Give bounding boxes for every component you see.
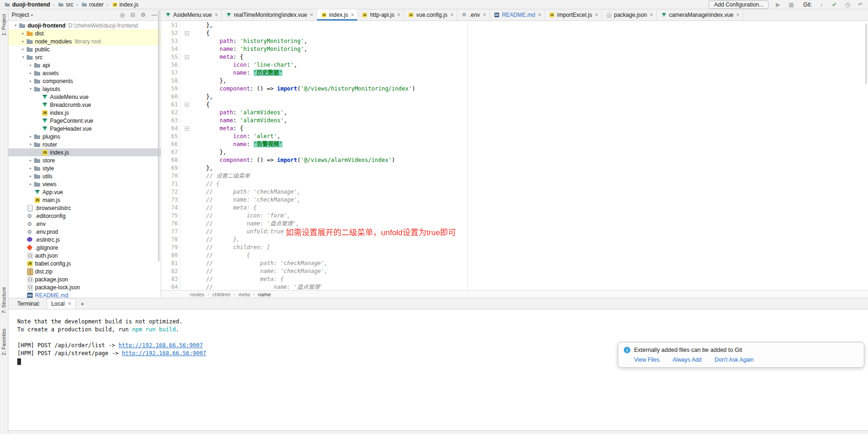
tree-item-node-modules[interactable]: ▸node_moduleslibrary root bbox=[8, 37, 161, 45]
history-icon[interactable]: ◷ bbox=[844, 1, 851, 8]
tree-item-dist[interactable]: ▸dist bbox=[8, 29, 161, 37]
chevron-right-icon[interactable]: ▸ bbox=[20, 39, 26, 43]
terminal-link[interactable]: http://192.168.66.56:9007 bbox=[119, 342, 203, 349]
tree-item-src[interactable]: ▾src bbox=[8, 53, 161, 61]
add-configuration-button[interactable]: Add Configuration... bbox=[709, 0, 769, 9]
tree-item-duoji-frontend[interactable]: ▾duoji-frontendD:\zheheWeb\duoji-fronten… bbox=[8, 21, 161, 29]
code-line[interactable]: 60 }, bbox=[161, 93, 868, 101]
dont-ask-again-link[interactable]: Don't Ask Again bbox=[715, 357, 754, 363]
tree-item-layouts[interactable]: ▾layouts bbox=[8, 85, 161, 93]
run-icon[interactable]: ▶ bbox=[774, 1, 782, 8]
tree-item-browserslistrc[interactable]: .browserslistrc bbox=[8, 204, 161, 212]
tree-item-dist-zip[interactable]: dist.zip bbox=[8, 267, 161, 275]
tree-item-pagecontent-vue[interactable]: PageContent.vue bbox=[8, 117, 161, 125]
tab-vue-config-js[interactable]: vue.config.js× bbox=[404, 9, 457, 21]
tree-item-env[interactable]: .env bbox=[8, 220, 161, 228]
tab-env[interactable]: .env× bbox=[457, 9, 490, 21]
code-line[interactable]: 80 // { bbox=[161, 252, 868, 259]
tab-index-js[interactable]: index.js× bbox=[317, 9, 358, 21]
breadcrumb-item-src[interactable]: src bbox=[57, 1, 73, 8]
tree-item-index-js[interactable]: index.js bbox=[8, 109, 161, 117]
code-line[interactable]: 53 path: 'historyMonitoring', bbox=[161, 37, 868, 45]
tree-item-style[interactable]: ▸style bbox=[8, 164, 161, 172]
git-update-icon[interactable]: ↓ bbox=[818, 1, 825, 8]
settings-gear-icon[interactable]: ⚙ bbox=[141, 12, 146, 18]
code-line[interactable]: 72 // path: 'checkManage', bbox=[161, 188, 868, 196]
tree-item-utils[interactable]: ▸utils bbox=[8, 172, 161, 180]
chevron-right-icon[interactable]: ▸ bbox=[28, 174, 34, 178]
tree-item-router[interactable]: ▾router bbox=[8, 140, 161, 148]
tree-item-breadcrumb-vue[interactable]: Breadcrumb.vue bbox=[8, 101, 161, 109]
code-line[interactable]: 54 name: 'historyMonitoring', bbox=[161, 45, 868, 53]
chevron-right-icon[interactable]: ▸ bbox=[20, 47, 26, 51]
close-icon[interactable]: × bbox=[595, 12, 598, 18]
fold-icon[interactable]: − bbox=[182, 29, 192, 37]
tree-item-api[interactable]: ▸api bbox=[8, 61, 161, 69]
tree-item-assets[interactable]: ▸assets bbox=[8, 69, 161, 77]
code-line[interactable]: 71 // { bbox=[161, 180, 868, 188]
fold-icon[interactable]: − bbox=[182, 53, 192, 61]
tab-http-api-js[interactable]: http-api.js× bbox=[358, 9, 404, 21]
code-line[interactable]: 68 component: () => import('@/views/alar… bbox=[161, 156, 868, 164]
tree-item-app-vue[interactable]: App.vue bbox=[8, 188, 161, 196]
tool-window-button-structure[interactable]: 7: Structure bbox=[1, 287, 7, 314]
tree-item-plugins[interactable]: ▸plugins bbox=[8, 133, 161, 140]
tree-item-store[interactable]: ▸store bbox=[8, 156, 161, 164]
tab-package-json[interactable]: package.json× bbox=[602, 9, 657, 21]
terminal-link[interactable]: http://192.168.66.56:9007 bbox=[122, 350, 206, 357]
collapse-all-icon[interactable]: ⊟ bbox=[130, 12, 135, 18]
close-icon[interactable]: × bbox=[215, 12, 218, 18]
code-line[interactable]: 66 name: '告警视频' bbox=[161, 140, 868, 148]
close-icon[interactable]: × bbox=[310, 12, 313, 18]
chevron-right-icon[interactable]: ▸ bbox=[28, 182, 34, 186]
code-line[interactable]: 63 name: 'alarmVideos', bbox=[161, 117, 868, 125]
close-icon[interactable]: × bbox=[450, 12, 453, 18]
chevron-down-icon[interactable]: ▾ bbox=[13, 23, 19, 28]
editor-breadcrumb-name[interactable]: name bbox=[258, 292, 271, 297]
chevron-down-icon[interactable]: ▾ bbox=[20, 55, 26, 59]
breadcrumb-item-duoji-frontend[interactable]: duoji-frontend bbox=[4, 1, 50, 8]
tool-window-button-favorites[interactable]: 2: Favorites bbox=[1, 329, 7, 355]
code-line[interactable]: 62 path: 'alarmVideos', bbox=[161, 109, 868, 117]
code-editor[interactable]: 51 },52− {53 path: 'historyMonitoring',5… bbox=[161, 21, 868, 290]
tree-item-gitignore[interactable]: .gitignore bbox=[8, 244, 161, 252]
fold-icon[interactable]: − bbox=[182, 101, 192, 109]
close-icon[interactable]: × bbox=[538, 12, 541, 18]
new-terminal-button[interactable]: + bbox=[80, 300, 84, 308]
tree-item-eslintrc-js[interactable]: .eslintrc.js bbox=[8, 236, 161, 244]
tree-item-package-lock-json[interactable]: package-lock.json bbox=[8, 283, 161, 291]
code-line[interactable]: 56 icon: 'line-chart', bbox=[161, 61, 868, 69]
always-add-link[interactable]: Always Add bbox=[672, 357, 701, 363]
project-view-dropdown[interactable]: Project ▾ bbox=[12, 12, 33, 18]
tree-item-asidemenu-vue[interactable]: AsideMenu.vue bbox=[8, 93, 161, 101]
chevron-right-icon[interactable]: ▸ bbox=[28, 63, 34, 67]
tree-item-main-js[interactable]: main.js bbox=[8, 196, 161, 204]
code-line[interactable]: 84 // name: '盘点管理' bbox=[161, 283, 868, 290]
tab-cameramanage-index-vue[interactable]: cameraManage\index.vue× bbox=[657, 9, 743, 21]
code-line[interactable]: 81 // path: 'checkManage', bbox=[161, 259, 868, 267]
code-line[interactable]: 64− meta: { bbox=[161, 125, 868, 133]
tree-item-public[interactable]: ▸public bbox=[8, 45, 161, 53]
terminal-tab-local[interactable]: Local × bbox=[47, 298, 76, 309]
tab-importexcel-js[interactable]: importExcel.js× bbox=[545, 9, 602, 21]
view-files-link[interactable]: View Files bbox=[634, 357, 659, 363]
hide-panel-icon[interactable]: — bbox=[151, 12, 157, 18]
code-line[interactable]: 73 // name: 'checkManage', bbox=[161, 196, 868, 204]
code-line[interactable]: 79 // children: [ bbox=[161, 244, 868, 252]
fold-icon[interactable]: − bbox=[182, 125, 192, 133]
profiler-icon[interactable]: ▦ bbox=[787, 1, 795, 8]
chevron-right-icon[interactable]: ▸ bbox=[28, 71, 34, 75]
tab-readme-md[interactable]: README.md× bbox=[490, 9, 545, 21]
code-line[interactable]: 76 // name: '盘点管理', bbox=[161, 220, 868, 228]
breadcrumb-item-index-js[interactable]: index.js bbox=[111, 1, 139, 8]
tool-window-button-project[interactable]: 1: Project bbox=[1, 14, 7, 35]
code-line[interactable]: 83 // meta: { bbox=[161, 275, 868, 283]
code-line[interactable]: 75 // icon: 'form', bbox=[161, 212, 868, 220]
chevron-right-icon[interactable]: ▸ bbox=[20, 31, 26, 35]
code-line[interactable]: 70 // 设置二级菜单 bbox=[161, 172, 868, 180]
chevron-down-icon[interactable]: ▾ bbox=[28, 142, 34, 147]
editor-scrollbar[interactable] bbox=[865, 23, 867, 84]
code-line[interactable]: 55− meta: { bbox=[161, 53, 868, 61]
code-line[interactable]: 52− { bbox=[161, 29, 868, 37]
code-line[interactable]: 65 icon: 'alert', bbox=[161, 133, 868, 140]
